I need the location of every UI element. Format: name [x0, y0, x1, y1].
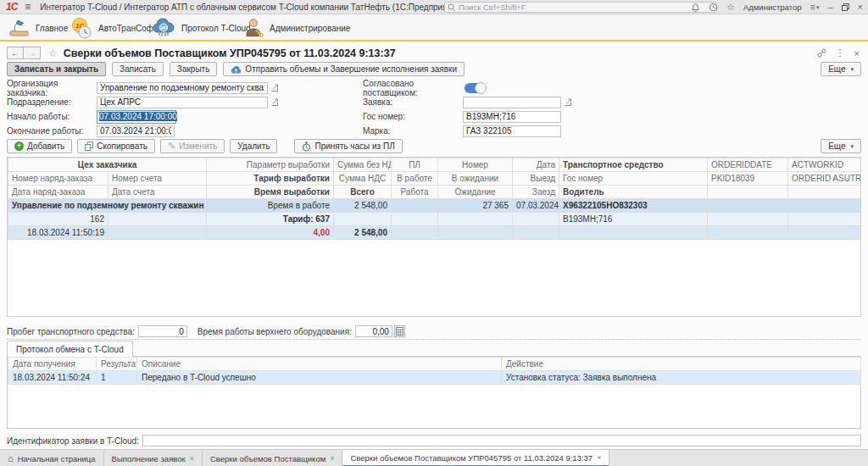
form-workspace: ← → ☆ Сверки объемов Поставщиком УПР0457…	[0, 42, 868, 449]
cell-description[interactable]: Передано в T-Cloud успешно	[137, 371, 502, 385]
search-input[interactable]	[459, 3, 714, 12]
main-menu-icon[interactable]: ≡	[25, 1, 31, 13]
work-end-input[interactable]	[97, 125, 175, 137]
global-search[interactable]	[444, 2, 717, 13]
tcloud-request-id-input[interactable]	[142, 435, 861, 447]
minimize-icon[interactable]: –	[827, 3, 832, 12]
cell-number[interactable]: 27 365	[438, 199, 513, 213]
section-administration[interactable]: Администрирование	[244, 16, 350, 40]
close-window-icon[interactable]: ×	[858, 3, 863, 12]
cell-vehicle[interactable]: X96322105HO832303	[559, 199, 708, 213]
cell-result[interactable]: 1	[97, 371, 137, 385]
cell-total[interactable]: 2 548,00	[334, 226, 392, 240]
col-sum-no-vat: Сумма без НДС	[334, 158, 392, 172]
volumes-table: Цех заказчика Параметр выработки Сумма б…	[8, 158, 861, 240]
calculator-icon[interactable]	[394, 325, 405, 337]
brand-input[interactable]	[463, 125, 561, 137]
organization-input[interactable]	[97, 82, 268, 94]
accept-hours-button[interactable]: Принять часы из ПЛ	[294, 139, 402, 153]
header-row-3: Дата наряд-заказа Дата счета Время выраб…	[8, 186, 861, 199]
agreed-label: Согласовано поставщиком:	[363, 79, 463, 97]
close-tab-icon[interactable]: ×	[330, 454, 334, 463]
delete-row-button[interactable]: Удалить	[230, 139, 277, 153]
department-input[interactable]	[97, 97, 268, 108]
equipment-time-label: Время работы верхнего оборудования:	[198, 327, 352, 336]
close-tab-icon[interactable]: ×	[597, 453, 601, 462]
request-label: Заявка:	[363, 97, 463, 107]
record-line-3[interactable]: 18.03.2024 11:50:19 4,00 2 548,00	[8, 226, 861, 240]
cell-order-number[interactable]: 162	[8, 213, 108, 226]
gos-number-label: Гос номер:	[363, 112, 463, 121]
cell-date[interactable]: 07.03.2024	[513, 199, 559, 213]
field-row-work-start: Начало работы: 07.03.2024 17:00:00	[7, 109, 279, 124]
copy-row-button[interactable]: Скопировать	[77, 139, 155, 153]
mileage-input[interactable]	[138, 325, 187, 337]
cell-receive-date[interactable]: 18.03.2024 11:50:24	[8, 371, 97, 385]
agreed-toggle-on[interactable]	[465, 83, 485, 93]
tab-request-execution[interactable]: Выполнение заявок ×	[104, 450, 203, 466]
open-organization-icon[interactable]	[270, 84, 279, 92]
close-button[interactable]: Закрыть	[170, 62, 218, 76]
restore-window-icon[interactable]	[842, 3, 849, 11]
work-start-input[interactable]: 07.03.2024 17:00:00	[97, 110, 176, 124]
col-pl: ПЛ	[392, 158, 438, 172]
close-form-icon[interactable]: ×	[854, 48, 860, 58]
edit-row-button[interactable]: ✎ Изменить	[160, 139, 225, 153]
field-row-request: Заявка:	[363, 95, 572, 109]
open-request-icon[interactable]	[564, 98, 572, 107]
section-main[interactable]: Главное	[8, 16, 68, 40]
cell-dept[interactable]: Управление по подземному ремонту скважин	[8, 199, 207, 213]
section-protocol-tcloud[interactable]: API Протокол T-Cloud	[151, 16, 251, 40]
cell-tariff[interactable]: Тариф: 637	[207, 213, 334, 226]
cell-time-value[interactable]: 4,00	[207, 226, 334, 240]
pencil-icon: ✎	[168, 141, 175, 152]
favorite-star-icon[interactable]: ☆	[48, 47, 58, 59]
form-more-button[interactable]: Еще▾	[821, 62, 861, 76]
record-line-2[interactable]: 162 Тариф: 637 В193МН;716	[8, 213, 861, 226]
work-start-label: Начало работы:	[7, 112, 97, 121]
api-cloud-icon: API	[151, 18, 176, 39]
forward-button[interactable]: →	[24, 47, 41, 59]
notifications-bell-icon[interactable]	[691, 3, 700, 13]
tab-protocol-tcloud[interactable]: Протокол обмена с T-Cloud	[7, 341, 133, 357]
equipment-time-input[interactable]	[355, 325, 392, 337]
col-actworkid: ACTWORKID	[788, 158, 861, 172]
header-row-2: Номер наряд-заказа Номер счета Тариф выр…	[8, 172, 861, 186]
back-button[interactable]: ←	[7, 47, 24, 59]
cell-action[interactable]: Установка статуса: Заявка выполнена	[502, 371, 861, 385]
section-label: Администрирование	[270, 24, 350, 33]
more-dots-icon[interactable]: ⋮	[836, 47, 845, 58]
current-user[interactable]: Администратор	[743, 3, 802, 12]
cell-sum-no-vat[interactable]: 2 548,00	[334, 199, 392, 213]
protocol-panel: Дата получения Результат Описание Действ…	[7, 356, 861, 429]
request-input[interactable]	[463, 97, 561, 108]
cell-order-date[interactable]: 18.03.2024 11:50:19	[8, 226, 108, 240]
tab-volume-reconciliations-list[interactable]: Сверки объемов Поставщиком ×	[203, 450, 343, 466]
protocol-row[interactable]: 18.03.2024 11:50:24 1 Передано в T-Cloud…	[8, 371, 861, 385]
get-link-icon[interactable]	[817, 48, 826, 58]
section-avtotransoft[interactable]: 1С АвтоТранСофт	[70, 16, 157, 40]
work-end-label: Окончание работы:	[7, 126, 97, 136]
close-tab-icon[interactable]: ×	[190, 454, 194, 463]
tab-volume-reconciliation-current[interactable]: Сверки объемов Поставщиком УПР045795 от …	[342, 450, 609, 466]
save-button[interactable]: Записать	[112, 62, 164, 76]
organization-label: Организация заказчика:	[7, 79, 97, 97]
cell-gos-number[interactable]: В193МН;716	[559, 213, 708, 226]
1c-logo: 1С	[6, 1, 17, 13]
tab-home-page[interactable]: ⌂ Начальная страница	[0, 450, 104, 466]
history-icon[interactable]	[709, 3, 718, 12]
col-vehicle: Транспортное средство	[559, 158, 708, 172]
save-and-close-button[interactable]: Записать и закрыть	[7, 62, 106, 76]
send-volumes-button[interactable]: Отправить объемы и Завершение исполнения…	[223, 62, 465, 76]
favorites-star-icon[interactable]: ☆	[726, 3, 735, 12]
gos-number-input[interactable]	[463, 111, 561, 123]
volumes-table-container: Цех заказчика Параметр выработки Сумма б…	[7, 157, 861, 317]
open-windows-taskbar: ⌂ Начальная страница Выполнение заявок ×…	[0, 449, 868, 466]
open-department-icon[interactable]	[270, 98, 279, 107]
user-menu-icon[interactable]: ≡▾	[810, 3, 820, 12]
home-icon: ⌂	[8, 453, 14, 463]
table-more-button[interactable]: Еще▾	[821, 139, 861, 153]
record-line-1[interactable]: Управление по подземному ремонту скважин…	[8, 199, 861, 213]
cell-param[interactable]: Время в работе	[207, 199, 334, 213]
add-row-button[interactable]: + Добавить	[7, 139, 72, 153]
